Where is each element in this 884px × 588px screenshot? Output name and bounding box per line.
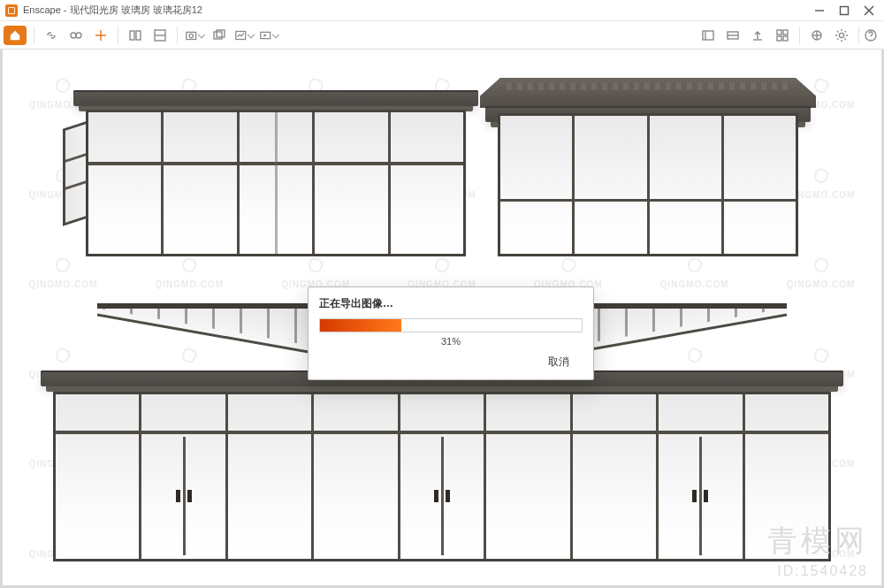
app-logo-icon — [5, 4, 18, 17]
toolbar — [0, 21, 884, 50]
toolbar-group-settings — [802, 26, 857, 45]
minimize-button[interactable] — [813, 4, 826, 17]
chevron-down-icon — [198, 30, 205, 37]
export-progress-dialog: 正在导出图像… 31% 取消 — [308, 286, 594, 380]
toolbar-group-link — [36, 26, 116, 45]
progress-percent-label: 31% — [319, 336, 583, 347]
svg-point-28 — [839, 33, 843, 37]
chevron-down-icon — [248, 30, 255, 37]
help-icon[interactable] — [861, 26, 880, 45]
sunroom-model-2 — [498, 90, 798, 256]
svg-rect-7 — [136, 31, 141, 40]
svg-rect-6 — [130, 31, 134, 40]
svg-rect-13 — [217, 30, 225, 37]
title-sep: - — [61, 4, 70, 15]
svg-rect-10 — [187, 32, 196, 39]
document-title: 现代阳光房 玻璃房 玻璃花房12 — [70, 4, 202, 15]
svg-rect-1 — [841, 6, 849, 14]
export-video-icon[interactable] — [259, 26, 278, 45]
brand-id: ID:1540428 — [767, 563, 868, 579]
window-title: Enscape - 现代阳光房 玻璃房 玻璃花房12 — [23, 4, 202, 17]
batch-render-icon[interactable] — [210, 26, 229, 45]
svg-point-4 — [71, 33, 76, 38]
visual-settings-icon[interactable] — [698, 26, 718, 45]
scene-row-top — [0, 90, 884, 258]
sync-camera-icon[interactable] — [66, 26, 86, 45]
progress-bar — [319, 318, 583, 332]
svg-rect-22 — [783, 30, 788, 34]
svg-rect-24 — [783, 36, 788, 41]
screenshot-icon[interactable] — [185, 26, 204, 45]
toolbar-group-export — [179, 26, 284, 45]
svg-point-11 — [189, 34, 193, 37]
svg-rect-16 — [703, 31, 713, 40]
toolbar-group-assets — [120, 26, 175, 45]
home-button[interactable] — [4, 26, 27, 45]
mono-panorama-icon[interactable] — [234, 26, 254, 45]
settings-icon[interactable] — [832, 26, 851, 45]
svg-rect-23 — [777, 36, 781, 41]
titlebar: Enscape - 现代阳光房 玻璃房 玻璃花房12 — [0, 0, 884, 21]
toolbar-group-right — [693, 26, 797, 45]
sunroom-model-1 — [86, 90, 466, 256]
favorite-view-icon[interactable] — [91, 26, 110, 45]
app-name: Enscape — [23, 4, 61, 15]
dialog-title: 正在导出图像… — [319, 296, 583, 311]
asset-library-icon[interactable] — [126, 26, 145, 45]
upload-icon[interactable] — [748, 26, 767, 45]
chevron-down-icon — [272, 30, 279, 37]
home-icon — [9, 29, 21, 42]
link-views-icon[interactable] — [42, 26, 61, 45]
svg-rect-21 — [777, 30, 781, 34]
window-controls — [813, 4, 879, 17]
render-viewport[interactable]: QINGMO.COM QINGMO.COM QINGMO.COM QINGMO.… — [0, 50, 884, 588]
close-button[interactable] — [863, 4, 875, 17]
svg-point-5 — [76, 33, 81, 38]
progress-bar-fill — [320, 319, 401, 332]
maximize-button[interactable] — [838, 4, 850, 17]
manage-views-icon[interactable] — [150, 26, 170, 45]
grid-icon[interactable] — [773, 26, 792, 45]
site-context-icon[interactable] — [807, 26, 827, 45]
cancel-button[interactable]: 取消 — [535, 352, 583, 372]
video-path-icon[interactable] — [723, 26, 743, 45]
svg-rect-12 — [214, 32, 222, 39]
